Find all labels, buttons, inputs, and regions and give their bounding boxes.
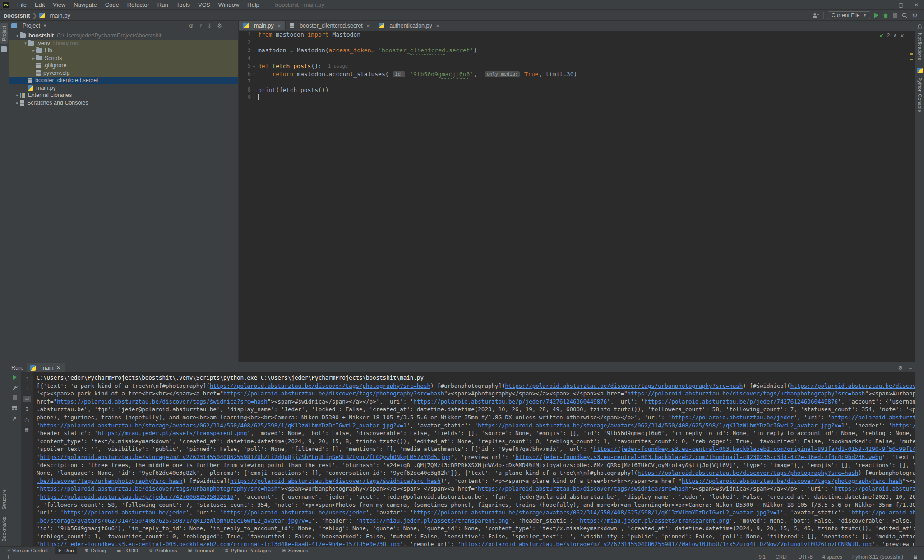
debug-button[interactable] (882, 12, 889, 18)
tree-twisty-icon[interactable]: ▾ (23, 41, 28, 46)
tree-twisty-icon[interactable]: ▸ (31, 48, 36, 53)
user-account-icon[interactable] (812, 12, 819, 18)
soft-wrap-icon[interactable]: ⏎ (23, 396, 31, 402)
settings-gear-icon[interactable]: ⚙ (912, 12, 918, 19)
menu-item-help[interactable]: Help (243, 0, 263, 10)
menu-item-file[interactable]: File (13, 0, 31, 10)
tree-twisty-icon[interactable]: ▾ (15, 33, 20, 38)
code-line[interactable]: 3mastodon = Mastodon(access_token= 'boos… (239, 46, 915, 55)
warning-stripe-mark[interactable] (910, 53, 913, 55)
tree-row[interactable]: ▾.venvlibrary root (9, 40, 238, 47)
run-button[interactable] (874, 13, 878, 18)
console-link[interactable]: https://miau.jeder.pl/assets/transparent… (359, 517, 508, 524)
console-link[interactable]: https://miau.jeder.pl/assets/transparent… (892, 422, 915, 429)
fold-marker-icon[interactable]: ⌃ (251, 70, 255, 78)
editor-tab-main.py[interactable]: main.py✕ (239, 21, 286, 30)
console-link[interactable]: https://polaroid.absturztau.be/discover/… (223, 390, 444, 397)
menu-item-vcs[interactable]: VCS (194, 0, 214, 10)
search-everywhere-icon[interactable] (901, 12, 908, 18)
console-link[interactable]: https://polaroid.absturztau.be/discover/… (790, 382, 915, 389)
console-link[interactable]: https://polaroid.absturztau.be/users/jed… (831, 414, 915, 421)
down-stacktrace-icon[interactable]: ↓ (23, 386, 31, 392)
tab-close-icon[interactable]: ✕ (366, 23, 370, 28)
console-link[interactable]: https://polaroid.absturztau (851, 509, 915, 516)
console-link[interactable]: https://polaroid.absturztau.be/storage/a… (40, 422, 407, 429)
console-link[interactable]: https://polaroid.absturztau.be/discover/… (505, 382, 743, 389)
inspections-widget[interactable]: ✔ 2 ∧ ∨ (879, 32, 904, 39)
menu-item-edit[interactable]: Edit (31, 0, 49, 10)
close-button[interactable]: ✕ (909, 0, 924, 10)
console-link[interactable]: https://polaroid.absturztau.be/storage/a… (478, 422, 845, 429)
stop-icon[interactable] (13, 395, 17, 400)
editor-tab-authentication.py[interactable]: authentication.py✕ (374, 21, 444, 30)
clear-all-icon[interactable]: 🗑 (23, 427, 31, 433)
tree-row[interactable]: ▸Lib (9, 47, 238, 55)
tree-row[interactable]: ▾boostshitC:\Users\jeder\PycharmProjects… (9, 32, 238, 40)
tool-window-button-python-packages[interactable]: ≣Python Packages (221, 547, 275, 554)
console-link[interactable]: .be/storage/avatars/062/314/550/408/625/… (37, 517, 312, 524)
warning-stripe-mark[interactable] (910, 59, 913, 60)
breadcrumb-file[interactable]: main.py (50, 12, 70, 19)
console-link[interactable]: https://polaroid.absturztau.be/discover/… (638, 469, 858, 476)
console-link[interactable]: https://polaroid.absturztau.be/p/jeder/7… (413, 398, 607, 405)
prev-problem-icon[interactable]: ∧ (893, 32, 897, 39)
tool-window-button-terminal[interactable]: ▣Terminal (184, 547, 217, 554)
code-line[interactable]: 8print(fetch_posts()) (239, 86, 915, 94)
code-line[interactable]: 6⌃ return mastodon.account_statuses( id:… (239, 70, 915, 78)
wrench-icon[interactable] (12, 385, 18, 390)
menu-item-window[interactable]: Window (214, 0, 243, 10)
menu-item-code[interactable]: Code (101, 0, 123, 10)
tree-row[interactable]: ▸External Libraries (9, 92, 238, 99)
run-console[interactable]: C:\Users\jeder\PycharmProjects\boostshit… (33, 372, 915, 547)
hide-panel-icon[interactable]: — (226, 23, 236, 29)
tree-twisty-icon[interactable]: ▸ (31, 56, 36, 60)
console-link[interactable]: https://polaroid.absturztau.be/storage/m… (40, 454, 451, 460)
tool-stripe-structure[interactable]: Structure (0, 487, 8, 512)
console-link[interactable]: https://jeder-foundkey.s3.eu-central-003… (40, 541, 400, 547)
indent-setting[interactable]: 4 spaces (822, 554, 842, 560)
layout-icon[interactable] (12, 405, 18, 411)
tool-stripe-notifications[interactable]: Notifications (916, 31, 924, 62)
console-link[interactable]: https://polaroid.absturztau.be/discover/… (478, 485, 688, 492)
stop-button[interactable] (893, 13, 897, 18)
run-configuration-select[interactable]: Current File▼ (828, 11, 871, 19)
tool-window-button-services[interactable]: ◉Services (278, 547, 312, 554)
code-line[interactable]: 9 (239, 94, 915, 102)
panel-settings-icon[interactable]: ⚙ (215, 23, 224, 29)
menu-item-navigate[interactable]: Navigate (69, 0, 101, 10)
tree-row[interactable]: pyvenv.cfg (9, 69, 238, 77)
collapse-all-icon[interactable]: ⫰ (207, 23, 213, 29)
tool-stripe-bookmarks[interactable]: Bookmarks (0, 514, 8, 544)
menu-item-refactor[interactable]: Refactor (123, 0, 153, 10)
console-link[interactable]: https://polaroid.absturztau.be/storage/m… (461, 541, 872, 547)
readonly-lock-icon[interactable] (913, 555, 918, 560)
console-link[interactable]: https://polaroid.absturztau.be/jeder (64, 509, 186, 516)
tree-twisty-icon[interactable]: ▸ (15, 101, 20, 105)
console-link[interactable]: https://polaroid.absturztau.be/discover/… (57, 398, 268, 405)
tree-row[interactable]: booster_clientcred.secret (9, 77, 238, 84)
pin-icon[interactable] (12, 416, 18, 422)
tool-window-button-problems[interactable]: ⊘Problems (145, 547, 180, 554)
console-link[interactable]: https://polaroid.absturztau.be/p/jeder/7… (40, 493, 234, 500)
console-link[interactable]: https://polaroid.absturztau.be/storage/a… (413, 509, 780, 516)
tree-row[interactable]: ▸Scratches and Consoles (9, 99, 238, 107)
tool-stripe-python-console[interactable]: Python Console (916, 75, 924, 115)
python-console-icon[interactable] (917, 68, 923, 73)
console-link[interactable]: https://jeder-foundkey.s3.eu-central-003… (515, 454, 882, 460)
console-link[interactable]: https://jeder-foundkey.s3.eu-central-003… (593, 445, 915, 452)
locate-icon[interactable]: ⊕ (187, 23, 195, 29)
code-line[interactable]: 5⌄def fetch_posts():1 usage (239, 62, 915, 70)
minimize-button[interactable]: ─ (878, 0, 893, 10)
editor-tab-booster_clientcred.secret[interactable]: booster_clientcred.secret✕ (286, 21, 374, 30)
caret-position[interactable]: 9:1 (759, 554, 766, 560)
console-link[interactable]: https://polaroid.absturztau.be/discover/… (627, 390, 865, 397)
console-link[interactable]: .be/discover/tags/urbanphotography?src=h… (37, 477, 183, 484)
code-line[interactable]: 7 (239, 78, 915, 86)
tool-window-button-todo[interactable]: ☰TODO (113, 547, 142, 554)
tree-row[interactable]: ▸Scripts (9, 55, 238, 62)
menu-item-view[interactable]: View (49, 0, 69, 10)
tree-row[interactable]: main.py (9, 84, 238, 92)
console-link[interactable]: https://miau.jeder.pl/assets/transparent… (97, 430, 247, 436)
menu-item-tools[interactable]: Tools (172, 0, 194, 10)
console-link[interactable]: https://polaroid.absturztau.be/discover/… (230, 477, 441, 484)
